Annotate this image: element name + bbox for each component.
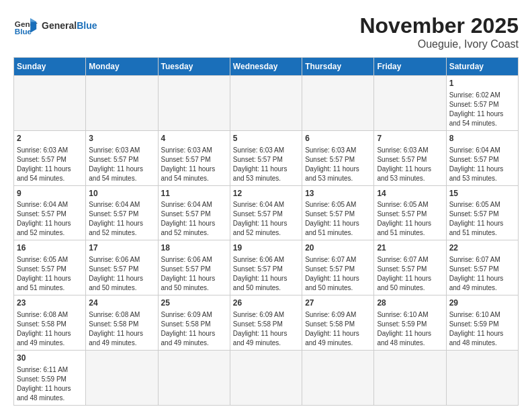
day-number: 3 xyxy=(89,133,154,144)
calendar-cell: 27Sunrise: 6:09 AM Sunset: 5:58 PM Dayli… xyxy=(302,295,374,351)
calendar-cell: 10Sunrise: 6:04 AM Sunset: 5:57 PM Dayli… xyxy=(86,185,158,240)
day-info: Sunrise: 6:05 AM Sunset: 5:57 PM Dayligh… xyxy=(305,200,371,238)
day-number: 19 xyxy=(233,242,299,254)
calendar-body: 1Sunrise: 6:02 AM Sunset: 5:57 PM Daylig… xyxy=(14,76,519,406)
day-header-tuesday: Tuesday xyxy=(158,58,230,76)
day-number: 21 xyxy=(377,242,443,254)
day-number: 9 xyxy=(17,188,83,199)
calendar-cell: 15Sunrise: 6:05 AM Sunset: 5:57 PM Dayli… xyxy=(446,185,518,240)
day-header-thursday: Thursday xyxy=(302,58,374,76)
day-number: 5 xyxy=(233,133,299,144)
calendar-cell xyxy=(14,76,86,131)
logo: General Blue GeneralBlue xyxy=(13,13,97,38)
day-number: 8 xyxy=(449,133,515,144)
calendar-cell: 12Sunrise: 6:04 AM Sunset: 5:57 PM Dayli… xyxy=(230,185,302,240)
calendar-cell: 11Sunrise: 6:04 AM Sunset: 5:57 PM Dayli… xyxy=(158,185,230,240)
day-number: 10 xyxy=(89,188,154,199)
day-number: 20 xyxy=(305,242,371,254)
day-number: 17 xyxy=(89,242,154,254)
calendar-header: SundayMondayTuesdayWednesdayThursdayFrid… xyxy=(14,58,519,76)
calendar-cell: 1Sunrise: 6:02 AM Sunset: 5:57 PM Daylig… xyxy=(446,76,518,131)
calendar-cell xyxy=(374,76,446,131)
calendar-cell: 29Sunrise: 6:10 AM Sunset: 5:59 PM Dayli… xyxy=(446,295,518,351)
day-number: 7 xyxy=(377,133,443,144)
day-number: 2 xyxy=(17,133,83,144)
day-number: 12 xyxy=(233,188,299,199)
day-info: Sunrise: 6:08 AM Sunset: 5:58 PM Dayligh… xyxy=(17,310,83,348)
calendar-cell xyxy=(302,76,374,131)
day-number: 24 xyxy=(89,298,154,309)
location-subtitle: Oueguie, Ivory Coast xyxy=(359,38,519,50)
day-info: Sunrise: 6:10 AM Sunset: 5:59 PM Dayligh… xyxy=(377,310,443,348)
day-info: Sunrise: 6:02 AM Sunset: 5:57 PM Dayligh… xyxy=(449,91,515,128)
calendar-cell: 26Sunrise: 6:09 AM Sunset: 5:58 PM Dayli… xyxy=(230,295,302,351)
day-number: 15 xyxy=(449,188,515,199)
day-info: Sunrise: 6:05 AM Sunset: 5:57 PM Dayligh… xyxy=(17,255,83,293)
calendar-cell: 28Sunrise: 6:10 AM Sunset: 5:59 PM Dayli… xyxy=(374,295,446,351)
day-number: 27 xyxy=(305,298,371,309)
day-info: Sunrise: 6:04 AM Sunset: 5:57 PM Dayligh… xyxy=(89,200,154,238)
day-info: Sunrise: 6:06 AM Sunset: 5:57 PM Dayligh… xyxy=(161,255,227,293)
calendar-title-block: November 2025 Oueguie, Ivory Coast xyxy=(359,13,519,50)
calendar-cell: 21Sunrise: 6:07 AM Sunset: 5:57 PM Dayli… xyxy=(374,240,446,295)
calendar-cell: 9Sunrise: 6:04 AM Sunset: 5:57 PM Daylig… xyxy=(14,185,86,240)
calendar-cell: 2Sunrise: 6:03 AM Sunset: 5:57 PM Daylig… xyxy=(14,130,86,185)
calendar-cell: 23Sunrise: 6:08 AM Sunset: 5:58 PM Dayli… xyxy=(14,295,86,351)
calendar-cell: 4Sunrise: 6:03 AM Sunset: 5:57 PM Daylig… xyxy=(158,130,230,185)
day-info: Sunrise: 6:09 AM Sunset: 5:58 PM Dayligh… xyxy=(161,310,227,348)
calendar-cell xyxy=(230,350,302,405)
calendar-cell xyxy=(230,76,302,131)
calendar-cell xyxy=(86,350,158,405)
calendar-cell xyxy=(374,350,446,405)
calendar-cell: 20Sunrise: 6:07 AM Sunset: 5:57 PM Dayli… xyxy=(302,240,374,295)
day-info: Sunrise: 6:03 AM Sunset: 5:57 PM Dayligh… xyxy=(17,146,83,183)
day-info: Sunrise: 6:05 AM Sunset: 5:57 PM Dayligh… xyxy=(377,200,443,238)
day-number: 1 xyxy=(449,78,515,89)
calendar-cell: 30Sunrise: 6:11 AM Sunset: 5:59 PM Dayli… xyxy=(14,350,86,405)
calendar-cell: 22Sunrise: 6:07 AM Sunset: 5:57 PM Dayli… xyxy=(446,240,518,295)
day-info: Sunrise: 6:03 AM Sunset: 5:57 PM Dayligh… xyxy=(161,146,227,183)
day-info: Sunrise: 6:04 AM Sunset: 5:57 PM Dayligh… xyxy=(161,200,227,238)
month-year-title: November 2025 xyxy=(359,13,519,38)
day-number: 18 xyxy=(161,242,227,254)
day-header-wednesday: Wednesday xyxy=(230,58,302,76)
calendar-cell xyxy=(158,350,230,405)
day-number: 30 xyxy=(17,353,83,364)
calendar-cell xyxy=(86,76,158,131)
day-number: 11 xyxy=(161,188,227,199)
day-info: Sunrise: 6:09 AM Sunset: 5:58 PM Dayligh… xyxy=(305,310,371,348)
day-header-sunday: Sunday xyxy=(14,58,86,76)
day-number: 13 xyxy=(305,188,371,199)
calendar-cell: 13Sunrise: 6:05 AM Sunset: 5:57 PM Dayli… xyxy=(302,185,374,240)
calendar-cell: 14Sunrise: 6:05 AM Sunset: 5:57 PM Dayli… xyxy=(374,185,446,240)
day-number: 26 xyxy=(233,298,299,309)
calendar-cell: 5Sunrise: 6:03 AM Sunset: 5:57 PM Daylig… xyxy=(230,130,302,185)
calendar-cell: 18Sunrise: 6:06 AM Sunset: 5:57 PM Dayli… xyxy=(158,240,230,295)
logo-text: GeneralBlue xyxy=(42,20,97,31)
day-info: Sunrise: 6:03 AM Sunset: 5:57 PM Dayligh… xyxy=(305,146,371,183)
day-info: Sunrise: 6:11 AM Sunset: 5:59 PM Dayligh… xyxy=(17,365,83,403)
day-info: Sunrise: 6:07 AM Sunset: 5:57 PM Dayligh… xyxy=(449,255,515,293)
day-header-monday: Monday xyxy=(86,58,158,76)
day-info: Sunrise: 6:03 AM Sunset: 5:57 PM Dayligh… xyxy=(89,146,154,183)
calendar-cell xyxy=(158,76,230,131)
day-info: Sunrise: 6:06 AM Sunset: 5:57 PM Dayligh… xyxy=(89,255,154,293)
day-info: Sunrise: 6:09 AM Sunset: 5:58 PM Dayligh… xyxy=(233,310,299,348)
calendar-cell: 3Sunrise: 6:03 AM Sunset: 5:57 PM Daylig… xyxy=(86,130,158,185)
calendar-cell: 7Sunrise: 6:03 AM Sunset: 5:57 PM Daylig… xyxy=(374,130,446,185)
day-header-friday: Friday xyxy=(374,58,446,76)
day-info: Sunrise: 6:10 AM Sunset: 5:59 PM Dayligh… xyxy=(449,310,515,348)
day-info: Sunrise: 6:07 AM Sunset: 5:57 PM Dayligh… xyxy=(377,255,443,293)
calendar-cell xyxy=(302,350,374,405)
day-info: Sunrise: 6:04 AM Sunset: 5:57 PM Dayligh… xyxy=(233,200,299,238)
day-info: Sunrise: 6:08 AM Sunset: 5:58 PM Dayligh… xyxy=(89,310,154,348)
logo-icon: General Blue xyxy=(13,13,38,38)
day-info: Sunrise: 6:06 AM Sunset: 5:57 PM Dayligh… xyxy=(233,255,299,293)
day-number: 28 xyxy=(377,298,443,309)
calendar-cell: 6Sunrise: 6:03 AM Sunset: 5:57 PM Daylig… xyxy=(302,130,374,185)
day-info: Sunrise: 6:04 AM Sunset: 5:57 PM Dayligh… xyxy=(449,146,515,183)
day-number: 22 xyxy=(449,242,515,254)
day-info: Sunrise: 6:03 AM Sunset: 5:57 PM Dayligh… xyxy=(377,146,443,183)
day-number: 29 xyxy=(449,298,515,309)
day-header-saturday: Saturday xyxy=(446,58,518,76)
